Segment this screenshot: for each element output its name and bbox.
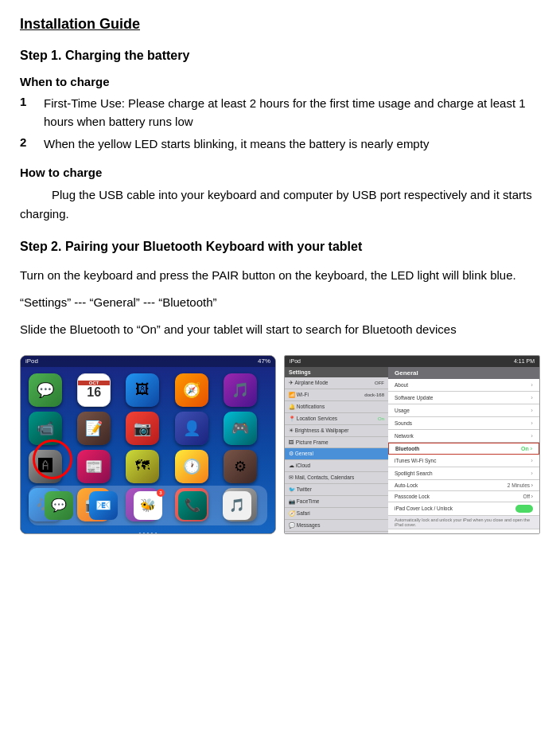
settings-item-itunes-sync: iTunes Wi-Fi Sync› [388,455,539,467]
ipad-status-bar: iPod 47% [21,356,275,367]
red-circle-highlight [33,439,72,479]
settings-item-bluetooth: Bluetooth On › [388,443,539,455]
app-icon-clock: 🕐 [175,450,208,483]
app-icon-calendar: OCT16 [77,373,111,407]
settings-item-network: Network› [388,430,539,443]
step2-para3: Slide the Bluetooth to “On” and your tab… [20,320,540,339]
dock-icon-music: 🎵 [223,491,251,520]
app-icon-maps: 🗺 [126,450,159,483]
step1-heading: Step 1. Charging the battery [20,49,540,63]
how-to-charge-heading: How to charge [20,166,540,179]
dock-icon-mail: 📧 [89,491,118,520]
settings-item-about: About› [388,379,539,392]
sidebar-item-messages: 💬 Messages [285,520,388,532]
ipad-dock: 💬 📧 🐝 3 📞 🎵 [29,486,267,525]
settings-item-sounds: Sounds› [388,417,539,430]
sidebar-item-mail: ✉ Mail, Contacts, Calendars [285,472,388,484]
sidebar-item-wifi: 📶 Wi-Fi dock-168 [285,389,388,401]
dock-icon-photos: 🐝 3 [134,491,162,520]
sidebar-item-notifications: 🔔 Notifications [285,401,388,413]
app-icon-music: 🎵 [224,373,257,407]
page-title: Installation Guide [20,16,540,33]
app-icon-newsstand: 📰 [77,450,111,483]
settings-item-usage: Usage› [388,404,539,417]
bluetooth-status: On › [521,446,532,451]
dock-icon-messages: 💬 [45,491,73,520]
settings-item-autolock: Auto-Lock2 Minutes › [388,480,539,491]
when-to-charge-heading: When to charge [20,75,540,88]
step2-heading: Step 2. Pairing your Bluetooth Keyboard … [20,240,540,254]
app-icon-facetime: 📷 [126,412,159,445]
ipad-screen: iPod 47% 💬 OCT16 🖼 🧭 🎵 📹 📝 📷 👤 🎮 🅰 📰 🗺 🕐… [21,356,275,533]
sidebar-item-facetime: 📷 FaceTime [285,496,388,508]
settings-sidebar-header: Settings [285,367,388,377]
settings-body: Settings ✈ Airplane Mode OFF 📶 Wi-Fi doc… [285,367,539,533]
app-icon-messages: 💬 [29,373,62,407]
app-icon-photos: 🖼 [126,373,159,407]
item-number-1: 1 [20,95,44,108]
charge-item-1: 1 First-Time Use: Please charge at least… [20,95,540,131]
how-to-charge-text: Plug the USB cable into your keyboard an… [20,186,540,224]
sidebar-item-icloud: ☁ iCloud [285,460,388,472]
settings-main: General About› Software Update› Usage› S… [388,367,539,533]
settings-screen: iPod 4:11 PM Settings ✈ Airplane Mode OF… [285,356,539,533]
sidebar-item-music: 🎵 Music [285,532,388,533]
sidebar-item-brightness: ☀ Brightness & Wallpaper [285,425,388,437]
app-icon-safari: 🧭 [175,373,208,407]
how-to-charge-section: How to charge Plug the USB cable into yo… [20,166,540,224]
ipad-home-screen-image: iPod 47% 💬 OCT16 🖼 🧭 🎵 📹 📝 📷 👤 🎮 🅰 📰 🗺 🕐… [20,355,276,534]
sidebar-item-general: ⚙ General [285,448,388,460]
settings-item-passcode: Passcode LockOff › [388,491,539,502]
app-icon-store: 🎮 [224,412,257,445]
dock-icon-facetime: 📞 [178,491,207,520]
sidebar-item-twitter: 🐦 Twitter [285,484,388,496]
settings-item-restrictions: Restrictions› [388,529,539,533]
app-icon-settings: ⚙ [224,450,257,483]
sidebar-item-location: 📍 Location Services On [285,413,388,425]
images-section: iPod 47% 💬 OCT16 🖼 🧭 🎵 📹 📝 📷 👤 🎮 🅰 📰 🗺 🕐… [20,355,540,534]
cover-lock-toggle [515,505,533,513]
item-text-1: First-Time Use: Please charge at least 2… [44,95,540,131]
settings-note: Automatically lock and unlock your iPad … [388,516,539,529]
step2-para2: “Settings” --- “General” --- “Bluetooth” [20,293,540,312]
settings-sidebar: Settings ✈ Airplane Mode OFF 📶 Wi-Fi doc… [285,367,388,533]
sidebar-item-pictureframe: 🖼 Picture Frame [285,437,388,448]
app-icon-contacts: 👤 [175,412,208,445]
settings-item-cover-lock: iPad Cover Lock / Unlock [388,502,539,516]
settings-item-software: Software Update› [388,392,539,404]
ipad-settings-image: iPod 4:11 PM Settings ✈ Airplane Mode OF… [284,355,540,534]
step1-section: Step 1. Charging the battery When to cha… [20,49,540,224]
charge-item-2: 2 When the yellow LED starts blinking, i… [20,135,540,154]
item-text-2: When the yellow LED starts blinking, it … [44,135,540,154]
settings-item-spotlight: Spotlight Search› [388,467,539,480]
settings-status-bar: iPod 4:11 PM [285,356,539,367]
app-icon-notes: 📝 [77,412,111,445]
sidebar-item-airplane: ✈ Airplane Mode OFF [285,377,388,389]
step2-section: Step 2. Pairing your Bluetooth Keyboard … [20,240,540,339]
sidebar-item-safari: 🧭 Safari [285,508,388,520]
settings-main-header: General [388,367,539,379]
item-number-2: 2 [20,135,44,149]
when-to-charge-section: When to charge 1 First-Time Use: Please … [20,75,540,154]
step2-para1: Turn on the keyboard and press the PAIR … [20,266,540,285]
